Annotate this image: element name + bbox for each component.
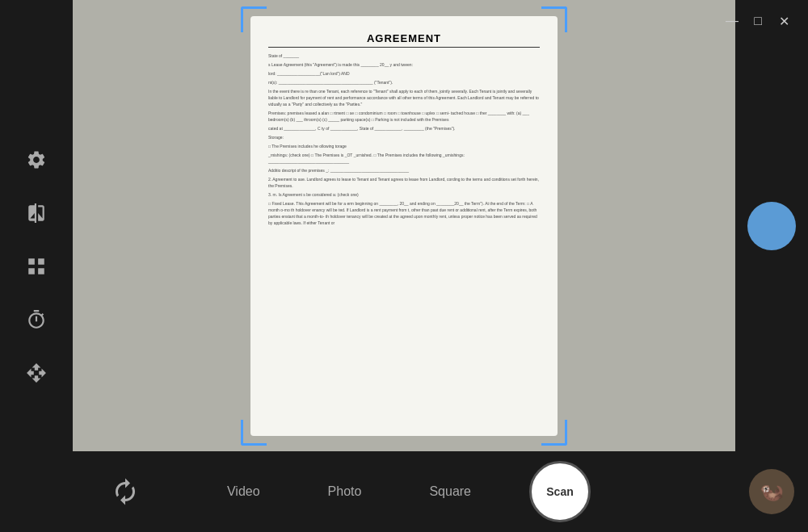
- doc-text-10: _rnishings: (check one) □ The Premises i…: [268, 152, 540, 165]
- doc-text-6: Premises: premises leased a alan □ rtmen…: [268, 110, 540, 123]
- title-bar: — □ ✕: [708, 0, 808, 42]
- doc-text-3: lord: ___________________("Lan lord") AN…: [268, 70, 540, 77]
- doc-text-4: nt(s): _________________________________…: [268, 79, 540, 86]
- scan-button[interactable]: Scan: [529, 461, 591, 522]
- timer-icon[interactable]: [18, 301, 55, 338]
- capture-circle[interactable]: [747, 202, 796, 250]
- camera-view: AGREEMENT State of _______ s Lease Agree…: [73, 0, 735, 451]
- doc-text-9: □ The Premises includes he ollowing tora…: [268, 143, 540, 149]
- avatar[interactable]: 🦦: [749, 469, 794, 514]
- mode-square[interactable]: Square: [419, 478, 481, 505]
- doc-text-2: s Lease Agreement (this "Agreement") is …: [268, 61, 540, 68]
- bottom-bar: Video Photo Square Scan: [73, 451, 735, 532]
- doc-text-1: State of _______: [268, 52, 540, 59]
- doc-text-13: 3. m. Is Agreement s be considered a: (c…: [268, 191, 540, 198]
- compare-icon[interactable]: [18, 195, 55, 232]
- right-capture-panel: [735, 0, 808, 451]
- close-button[interactable]: ✕: [772, 10, 795, 32]
- mode-photo[interactable]: Photo: [318, 478, 372, 505]
- maximize-button[interactable]: □: [747, 10, 769, 32]
- document-paper: AGREEMENT State of _______ s Lease Agree…: [250, 16, 558, 436]
- doc-text-11: Additio descript of the premises _: ____…: [268, 167, 540, 174]
- doc-text-7: cated at ______________, C ty of _______…: [268, 125, 540, 132]
- right-avatar-panel: 🦦: [735, 451, 808, 532]
- left-sidebar: [0, 0, 73, 532]
- mode-video[interactable]: Video: [217, 478, 270, 505]
- doc-text-12: 2. Agreement to ase. Landlord agrees to …: [268, 176, 540, 189]
- document-preview: AGREEMENT State of _______ s Lease Agree…: [250, 16, 558, 436]
- minimize-button[interactable]: —: [721, 10, 743, 32]
- doc-text-14: □ Fixed Lease. This Agreement will be fo…: [268, 200, 540, 226]
- document-title: AGREEMENT: [268, 32, 540, 48]
- rotate-icon[interactable]: [107, 473, 144, 510]
- grid-icon[interactable]: [18, 248, 55, 285]
- rotate-icon-container: [89, 451, 162, 532]
- doc-text-8: Storage:: [268, 134, 540, 140]
- settings-icon[interactable]: [18, 141, 55, 178]
- doc-text-5: In the event there is re than one Tenant…: [268, 88, 540, 107]
- move-icon[interactable]: [18, 354, 55, 392]
